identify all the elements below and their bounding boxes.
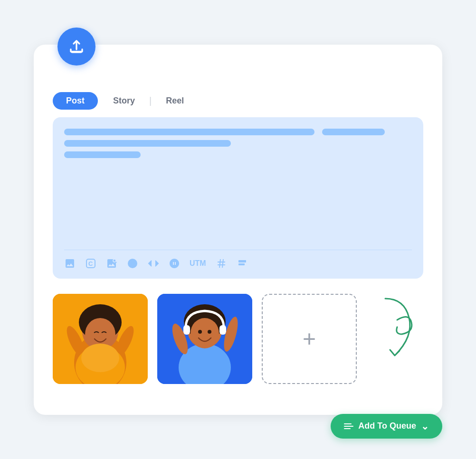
svg-point-29 — [208, 330, 211, 334]
arrow-decoration — [366, 294, 423, 370]
svg-rect-31 — [219, 325, 226, 335]
tab-bar: Post Story | Reel — [53, 92, 423, 110]
text-line-1b — [322, 129, 385, 135]
tab-reel[interactable]: Reel — [152, 92, 197, 110]
svg-rect-30 — [183, 325, 190, 335]
image-row: + — [53, 294, 423, 384]
svg-text:C: C — [88, 260, 93, 267]
code-icon[interactable] — [148, 258, 159, 269]
content-area: C UTM — [53, 117, 423, 279]
canva-icon[interactable]: C — [85, 258, 96, 269]
svg-rect-13 — [238, 263, 245, 265]
utm-label[interactable]: UTM — [190, 259, 206, 268]
svg-line-10 — [219, 259, 220, 268]
svg-rect-0 — [70, 51, 83, 52]
tab-story[interactable]: Story — [100, 92, 148, 110]
image-thumbnail-2[interactable] — [157, 294, 252, 384]
sticker-icon[interactable] — [169, 258, 180, 269]
svg-point-7 — [132, 262, 133, 264]
target-icon[interactable] — [127, 258, 138, 269]
image-thumbnail-1[interactable] — [53, 294, 148, 384]
text-line-1 — [64, 129, 314, 135]
text-placeholder-lines — [64, 129, 412, 158]
add-to-queue-button[interactable]: Add To Queue ⌄ — [331, 414, 442, 439]
tab-post[interactable]: Post — [53, 92, 98, 110]
chevron-down-icon: ⌄ — [421, 421, 429, 432]
add-plus-icon: + — [303, 328, 316, 350]
svg-rect-12 — [238, 260, 246, 262]
media-search-icon[interactable] — [106, 258, 117, 269]
add-image-placeholder[interactable]: + — [262, 294, 357, 384]
text-line-3 — [64, 151, 141, 158]
svg-point-27 — [190, 318, 219, 348]
queue-icon — [344, 423, 353, 429]
svg-point-22 — [81, 344, 119, 372]
image-icon[interactable] — [64, 258, 76, 269]
text-line-2 — [64, 140, 231, 147]
editor-toolbar: C UTM — [64, 250, 412, 269]
tab-divider-2: | — [149, 95, 152, 106]
main-card: Post Story | Reel C — [34, 45, 442, 415]
layers-icon[interactable] — [237, 258, 248, 269]
svg-line-11 — [222, 259, 223, 268]
svg-point-28 — [198, 330, 202, 334]
svg-point-3 — [113, 259, 116, 262]
upload-button[interactable] — [57, 28, 95, 66]
hashtag-icon[interactable] — [216, 258, 227, 269]
add-queue-label: Add To Queue — [358, 421, 416, 431]
